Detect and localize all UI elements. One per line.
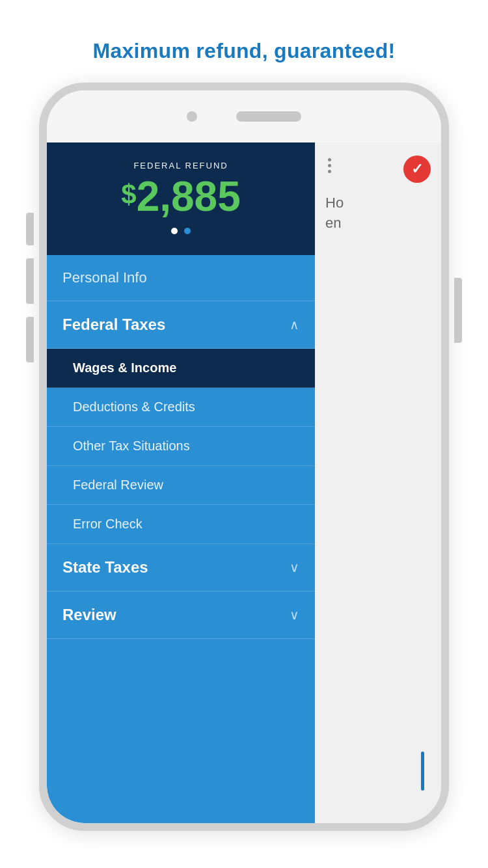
sub-item-deductions-credits[interactable]: Deductions & Credits <box>47 388 315 427</box>
side-button-power <box>454 278 462 343</box>
check-badge: ✓ <box>403 156 431 183</box>
wages-income-label: Wages & Income <box>73 360 176 375</box>
nav-item-review[interactable]: Review ∨ <box>47 591 315 639</box>
chevron-down-icon-review: ∨ <box>290 607 299 623</box>
partial-text-ho: Ho <box>325 195 344 211</box>
error-check-label: Error Check <box>73 517 142 531</box>
dot-menu-dot-2 <box>328 164 331 167</box>
right-panel-text: Ho en <box>325 193 431 234</box>
deductions-credits-label: Deductions & Credits <box>73 400 195 414</box>
dot-menu-dot-3 <box>328 170 331 173</box>
scroll-indicator <box>421 752 424 791</box>
sub-item-federal-review[interactable]: Federal Review <box>47 466 315 505</box>
dot-menu-dot-1 <box>328 158 331 161</box>
other-tax-situations-label: Other Tax Situations <box>73 439 190 453</box>
nav-panel: FEDERAL REFUND $2,885 Personal Info Fede… <box>47 142 315 823</box>
page-tagline: Maximum refund, guaranteed! <box>92 39 395 63</box>
side-button-volume-down <box>26 317 34 362</box>
nav-item-federal-taxes[interactable]: Federal Taxes ∧ <box>47 301 315 349</box>
phone-frame: FEDERAL REFUND $2,885 Personal Info Fede… <box>39 83 449 831</box>
partial-text-en: en <box>325 215 341 231</box>
phone-speaker <box>236 111 301 122</box>
refund-banner: FEDERAL REFUND $2,885 <box>47 142 315 255</box>
refund-label: FEDERAL REFUND <box>62 161 299 170</box>
sub-item-error-check[interactable]: Error Check <box>47 505 315 544</box>
nav-item-personal-info[interactable]: Personal Info <box>47 255 315 301</box>
phone-mockup: FEDERAL REFUND $2,885 Personal Info Fede… <box>39 83 449 831</box>
chevron-down-icon-state: ∨ <box>290 560 299 575</box>
chevron-up-icon: ∧ <box>290 317 299 332</box>
federal-taxes-label: Federal Taxes <box>62 316 165 334</box>
side-button-mute <box>26 213 34 245</box>
review-label: Review <box>62 606 116 624</box>
side-button-volume-up <box>26 258 34 304</box>
dots-menu[interactable] <box>325 156 334 176</box>
right-panel: ✓ Ho en <box>315 142 441 823</box>
refund-dollar-sign: $ <box>121 181 136 208</box>
phone-screen: FEDERAL REFUND $2,885 Personal Info Fede… <box>47 142 441 823</box>
phone-camera <box>187 111 197 122</box>
personal-info-label: Personal Info <box>62 269 147 286</box>
dot-2 <box>184 228 191 234</box>
refund-amount: $2,885 <box>62 176 299 217</box>
dot-1 <box>171 228 178 234</box>
nav-item-state-taxes[interactable]: State Taxes ∨ <box>47 544 315 591</box>
state-taxes-label: State Taxes <box>62 558 148 576</box>
phone-top-bar <box>47 90 441 142</box>
refund-value: 2,885 <box>137 173 241 220</box>
pagination-dots <box>62 228 299 234</box>
federal-review-label: Federal Review <box>73 478 163 492</box>
sub-item-other-tax-situations[interactable]: Other Tax Situations <box>47 427 315 466</box>
sub-item-wages-income[interactable]: Wages & Income <box>47 349 315 388</box>
right-panel-header: ✓ <box>325 156 431 183</box>
